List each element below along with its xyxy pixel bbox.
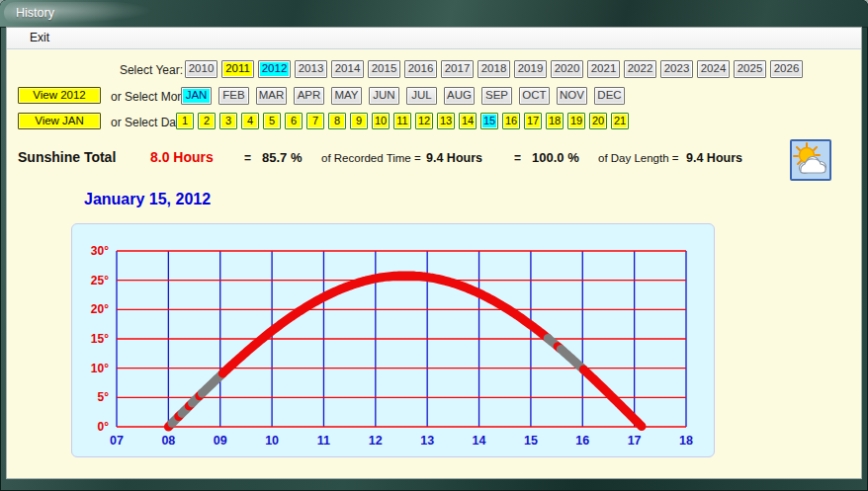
date-19-button[interactable]: 19	[567, 113, 585, 129]
sun-elevation-chart-panel: 0708091011121314151617180°5°10°15°20°25°…	[71, 223, 715, 457]
month-oct-button[interactable]: OCT	[519, 87, 550, 105]
date-10-button[interactable]: 10	[372, 113, 390, 129]
x-axis-tick-label: 13	[420, 434, 434, 448]
day-length-label: of Day Length =	[598, 152, 679, 164]
date-12-button[interactable]: 12	[415, 113, 433, 129]
x-axis-tick-label: 08	[161, 434, 175, 448]
sun-behind-cloud-icon[interactable]	[790, 139, 831, 181]
x-axis-tick-label: 15	[524, 434, 538, 448]
year-2011-button[interactable]: 2011	[221, 60, 254, 78]
year-2014-button[interactable]: 2014	[331, 60, 364, 78]
menu-item-exit[interactable]: Exit	[24, 28, 55, 47]
year-2021-button[interactable]: 2021	[587, 60, 620, 78]
x-axis-tick-label: 09	[214, 434, 227, 448]
date-2-button[interactable]: 2	[198, 113, 216, 129]
equals-sign-2: =	[514, 151, 521, 165]
x-axis-tick-label: 14	[473, 434, 486, 448]
month-jan-button[interactable]: JAN	[181, 87, 212, 105]
view-year-button[interactable]: View 2012	[18, 87, 101, 104]
month-button-row: JANFEBMARAPRMAYJUNJULAUGSEPOCTNOVDEC	[181, 87, 625, 105]
daylength-percent-value: 100.0 %	[532, 150, 579, 165]
date-11-button[interactable]: 11	[393, 113, 411, 129]
year-2019-button[interactable]: 2019	[514, 60, 547, 78]
date-13-button[interactable]: 13	[437, 113, 455, 129]
date-7-button[interactable]: 7	[306, 113, 324, 129]
y-axis-tick-label: 15°	[91, 332, 109, 346]
month-nov-button[interactable]: NOV	[557, 87, 587, 105]
month-jun-button[interactable]: JUN	[369, 87, 399, 105]
date-3-button[interactable]: 3	[219, 113, 237, 129]
date-21-button[interactable]: 21	[611, 113, 629, 129]
history-window: History Exit Select Year: 20102011201220…	[0, 0, 868, 491]
date-17-button[interactable]: 17	[524, 113, 542, 129]
x-axis-tick-label: 12	[369, 434, 383, 448]
year-2020-button[interactable]: 2020	[551, 60, 583, 78]
select-year-label: Select Year:	[104, 63, 183, 77]
equals-sign-1: =	[244, 151, 251, 165]
weather-icon-graphic	[792, 141, 829, 179]
year-2023-button[interactable]: 2023	[660, 60, 693, 78]
year-2016-button[interactable]: 2016	[404, 60, 437, 78]
year-2013-button[interactable]: 2013	[295, 60, 327, 78]
title-bar[interactable]: History	[0, 0, 868, 28]
view-month-button[interactable]: View JAN	[18, 113, 101, 129]
sun-elevation-chart: 0708091011121314151617180°5°10°15°20°25°…	[72, 224, 714, 456]
date-20-button[interactable]: 20	[589, 113, 607, 129]
x-axis-tick-label: 10	[265, 434, 279, 448]
recorded-time-label: of Recorded Time =	[321, 152, 421, 164]
date-1-button[interactable]: 1	[176, 113, 194, 129]
cloudy-curve-segment	[561, 349, 583, 369]
year-button-row: 2010201120122013201420152016201720182019…	[185, 60, 803, 78]
day-length-value: 9.4 Hours	[686, 151, 742, 165]
year-2015-button[interactable]: 2015	[368, 60, 400, 78]
year-2022-button[interactable]: 2022	[624, 60, 656, 78]
month-may-button[interactable]: MAY	[331, 87, 362, 105]
recorded-time-value: 9.4 Hours	[426, 151, 482, 165]
x-axis-tick-label: 17	[628, 434, 642, 448]
month-aug-button[interactable]: AUG	[444, 87, 475, 105]
y-axis-tick-label: 25°	[91, 274, 109, 287]
year-2017-button[interactable]: 2017	[441, 60, 474, 78]
date-14-button[interactable]: 14	[459, 113, 477, 129]
date-8-button[interactable]: 8	[328, 113, 346, 129]
month-apr-button[interactable]: APR	[294, 87, 324, 105]
date-5-button[interactable]: 5	[263, 113, 281, 129]
window-title: History	[16, 6, 54, 20]
date-16-button[interactable]: 16	[502, 113, 520, 129]
sunshine-total-value: 8.0 Hours	[150, 149, 214, 165]
year-2026-button[interactable]: 2026	[770, 60, 803, 78]
y-axis-tick-label: 20°	[91, 302, 109, 316]
month-mar-button[interactable]: MAR	[256, 87, 287, 105]
date-4-button[interactable]: 4	[241, 113, 259, 129]
month-dec-button[interactable]: DEC	[594, 87, 625, 105]
y-axis-tick-label: 10°	[91, 362, 109, 375]
chart-title: January 15, 2012	[84, 191, 211, 208]
date-15-button[interactable]: 15	[480, 113, 498, 129]
y-axis-tick-label: 30°	[91, 244, 109, 258]
month-jul-button[interactable]: JUL	[406, 87, 437, 105]
recorded-percent-value: 85.7 %	[262, 150, 302, 165]
date-6-button[interactable]: 6	[285, 113, 303, 129]
menu-bar: Exit	[7, 28, 861, 49]
year-2025-button[interactable]: 2025	[734, 60, 766, 78]
x-axis-tick-label: 18	[679, 434, 693, 448]
year-2018-button[interactable]: 2018	[477, 60, 510, 78]
x-axis-tick-label: 11	[317, 434, 330, 448]
y-axis-tick-label: 0°	[98, 420, 110, 434]
x-axis-tick-label: 16	[575, 434, 589, 448]
sunshine-total-label: Sunshine Total	[18, 149, 116, 165]
month-feb-button[interactable]: FEB	[218, 87, 249, 105]
y-axis-tick-label: 5°	[98, 390, 110, 404]
year-2024-button[interactable]: 2024	[697, 60, 730, 78]
year-2012-button[interactable]: 2012	[258, 60, 291, 78]
year-2010-button[interactable]: 2010	[185, 60, 217, 78]
date-18-button[interactable]: 18	[546, 113, 564, 129]
x-axis-tick-label: 07	[110, 434, 124, 448]
month-sep-button[interactable]: SEP	[481, 87, 512, 105]
date-button-row: 123456789101112131415161718192021	[176, 113, 629, 129]
date-9-button[interactable]: 9	[350, 113, 368, 129]
